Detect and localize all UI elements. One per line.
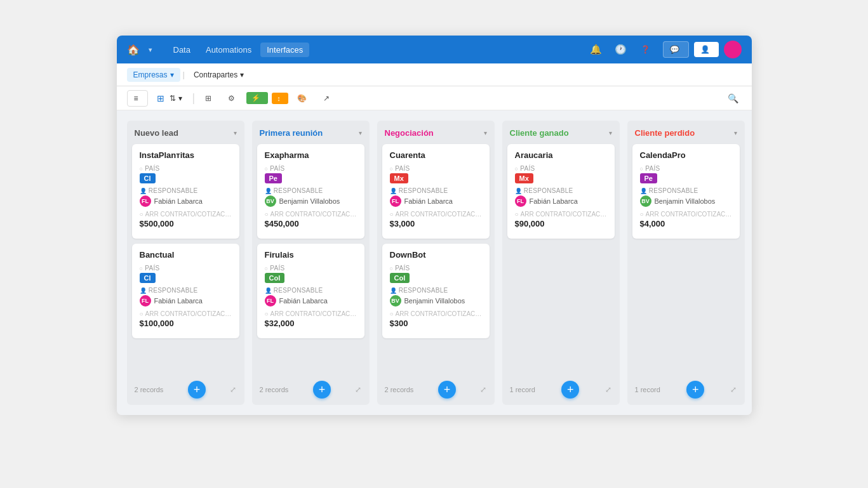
toolbar-right: 🔍 bbox=[724, 90, 742, 107]
add-record-button-primera-reunion[interactable]: + bbox=[313, 381, 331, 399]
card-pais-field: ○ PAÍS Cl bbox=[140, 265, 232, 283]
card-title: Banctual bbox=[140, 250, 232, 260]
nav-link-automations[interactable]: Automations bbox=[199, 43, 258, 57]
card-instaplantitas[interactable]: InstaPlanтitas ○ PAÍS Cl 👤 RESPONSABLE F… bbox=[132, 144, 239, 239]
share-view-button[interactable]: ↗ bbox=[318, 91, 337, 106]
card-banctual[interactable]: Banctual ○ PAÍS Cl 👤 RESPONSABLE FL Fabi… bbox=[132, 244, 239, 338]
top-nav-right: 🔔 🕐 ❓ 💬 👤 bbox=[586, 41, 742, 58]
expand-button-cliente-ganado[interactable]: ⤢ bbox=[605, 385, 611, 394]
contact-icon: 💬 bbox=[670, 45, 679, 54]
responsable-row: FL Fabián Labarca bbox=[140, 195, 232, 207]
records-count-negociacion: 2 records bbox=[385, 386, 414, 393]
column-footer-primera-reunion: 2 records+⤢ bbox=[257, 378, 364, 399]
pais-tag: Cl bbox=[140, 273, 156, 283]
column-collapse-negociacion[interactable]: ▾ bbox=[484, 129, 487, 136]
column-negociacion: Negociación▾ Cuarenta ○ PAÍS Mx 👤 RESPON… bbox=[377, 121, 495, 405]
filter-badge[interactable]: ⚡ bbox=[246, 92, 268, 104]
card-arr-field: ○ ARR CONTRATO/COTIZACIÓN EN U... $500,0… bbox=[140, 211, 232, 228]
contact-sales-button[interactable]: 💬 bbox=[663, 41, 689, 58]
color-icon: 🎨 bbox=[297, 94, 307, 103]
resp-icon: 👤 bbox=[265, 287, 272, 294]
responsable-row: BV Benjamin Villalobos bbox=[390, 295, 482, 307]
resp-avatar: BV bbox=[390, 295, 401, 307]
arr-icon: ○ bbox=[390, 310, 394, 317]
card-title: CalendaPro bbox=[640, 150, 732, 160]
pais-icon: ○ bbox=[140, 265, 144, 272]
stacked-icon: ⊞ bbox=[205, 94, 211, 103]
add-record-button-cliente-ganado[interactable]: + bbox=[561, 381, 579, 399]
column-header-primera-reunion: Primera reunión▾ bbox=[257, 127, 364, 139]
expand-button-primera-reunion[interactable]: ⤢ bbox=[355, 385, 361, 394]
pais-tag: Mx bbox=[390, 173, 408, 183]
help-button[interactable]: ❓ bbox=[636, 43, 658, 56]
records-count-cliente-ganado: 1 record bbox=[510, 386, 535, 393]
resp-name: Benjamin Villalobos bbox=[655, 197, 716, 205]
customize-cards-button[interactable]: ⚙ bbox=[223, 91, 243, 106]
top-nav: 🏠 ▾ Data Automations Interfaces 🔔 🕐 ❓ 💬 … bbox=[117, 36, 752, 63]
resp-avatar: BV bbox=[640, 195, 651, 207]
column-collapse-cliente-ganado[interactable]: ▾ bbox=[609, 129, 612, 136]
column-primera-reunion: Primera reunión▾ Exapharma ○ PAÍS Pe 👤 R… bbox=[252, 121, 370, 405]
nav-link-data[interactable]: Data bbox=[167, 43, 197, 57]
share-view-icon: ↗ bbox=[323, 94, 330, 103]
pais-tag: Pe bbox=[265, 173, 282, 183]
arr-label: ○ ARR CONTRATO/COTIZACIÓN EN U... bbox=[265, 310, 357, 317]
card-title: Firulais bbox=[265, 250, 357, 260]
card-pais-field: ○ PAÍS Pe bbox=[640, 165, 732, 183]
arr-label: ○ ARR CONTRATO/COTIZACIÓN EN U... bbox=[265, 211, 357, 218]
views-button[interactable]: ≡ bbox=[127, 90, 148, 107]
card-arr-field: ○ ARR CONTRATO/COTIZACIÓN EN U... $4,000 bbox=[640, 211, 732, 228]
card-pais-field: ○ PAÍS Mx bbox=[390, 165, 482, 183]
pipeline-button[interactable]: ⊞ ⇅ ▾ bbox=[152, 90, 187, 107]
add-or-import-button[interactable] bbox=[253, 72, 265, 77]
color-button[interactable]: 🎨 bbox=[292, 91, 314, 106]
card-araucaria[interactable]: Araucaria ○ PAÍS Mx 👤 RESPONSABLE FL Fab… bbox=[507, 144, 615, 239]
nav-link-interfaces[interactable]: Interfaces bbox=[260, 43, 309, 57]
column-collapse-nuevo-lead[interactable]: ▾ bbox=[234, 129, 237, 136]
card-title: DownBot bbox=[390, 250, 482, 260]
resp-icon: 👤 bbox=[515, 188, 522, 194]
share-button[interactable]: 👤 bbox=[694, 42, 719, 57]
expand-button-cliente-perdido[interactable]: ⤢ bbox=[730, 385, 737, 394]
history-icon[interactable]: 🕐 bbox=[611, 41, 631, 58]
card-title: Exapharma bbox=[265, 150, 357, 160]
card-title: Cuarenta bbox=[390, 150, 482, 160]
extensions-button[interactable] bbox=[731, 72, 742, 77]
card-arr-field: ○ ARR CONTRATO/COTIZACIÓN EN U... $450,0… bbox=[265, 211, 357, 228]
card-pais-field: ○ PAÍS Cl bbox=[140, 165, 232, 183]
sort-icon: ↕ bbox=[277, 95, 281, 102]
resp-avatar: BV bbox=[265, 195, 276, 207]
stacked-button[interactable]: ⊞ bbox=[200, 91, 219, 106]
card-amount: $32,000 bbox=[265, 319, 357, 328]
column-collapse-cliente-perdido[interactable]: ▾ bbox=[734, 129, 737, 136]
resp-name: Benjamin Villalobos bbox=[404, 297, 465, 305]
expand-button-negociacion[interactable]: ⤢ bbox=[480, 385, 486, 394]
card-amount: $4,000 bbox=[640, 219, 732, 228]
secnav-empresas[interactable]: Empresas ▾ bbox=[127, 68, 180, 82]
card-cuarenta[interactable]: Cuarenta ○ PAÍS Mx 👤 RESPONSABLE FL Fabi… bbox=[382, 144, 490, 239]
search-button[interactable]: 🔍 bbox=[724, 90, 742, 107]
responsable-row: FL Fabián Labarca bbox=[515, 195, 607, 207]
card-exapharma[interactable]: Exapharma ○ PAÍS Pe 👤 RESPONSABLE BV Ben… bbox=[257, 144, 364, 239]
responsable-row: FL Fabián Labarca bbox=[390, 195, 482, 207]
column-header-nuevo-lead: Nuevo lead▾ bbox=[132, 127, 239, 139]
user-avatar[interactable] bbox=[724, 41, 742, 58]
add-record-button-nuevo-lead[interactable]: + bbox=[188, 381, 206, 399]
add-record-button-cliente-perdido[interactable]: + bbox=[686, 381, 704, 399]
expand-button-nuevo-lead[interactable]: ⤢ bbox=[230, 385, 236, 394]
card-arr-field: ○ ARR CONTRATO/COTIZACIÓN EN U... $100,0… bbox=[140, 310, 232, 328]
sort-badge[interactable]: ↕ bbox=[272, 93, 288, 104]
pipeline-icon: ⊞ bbox=[157, 93, 164, 103]
app-logo[interactable]: 🏠 ▾ bbox=[127, 44, 152, 56]
card-calendarpro[interactable]: CalendaPro ○ PAÍS Pe 👤 RESPONSABLE BV Be… bbox=[632, 144, 740, 239]
secnav-contrapartes[interactable]: Contrapartes ▾ bbox=[187, 68, 250, 82]
pipeline-chevron: ▾ bbox=[178, 94, 182, 103]
add-record-button-negociacion[interactable]: + bbox=[438, 381, 456, 399]
card-firulais[interactable]: Firulais ○ PAÍS Col 👤 RESPONSABLE FL Fab… bbox=[257, 244, 364, 338]
card-downbot[interactable]: DownBot ○ PAÍS Col 👤 RESPONSABLE BV Benj… bbox=[382, 244, 490, 338]
records-count-cliente-perdido: 1 record bbox=[635, 386, 660, 393]
card-responsable-field: 👤 RESPONSABLE FL Fabián Labarca bbox=[265, 287, 357, 307]
column-collapse-primera-reunion[interactable]: ▾ bbox=[359, 129, 362, 136]
notification-icon[interactable]: 🔔 bbox=[586, 41, 606, 58]
column-header-negociacion: Negociación▾ bbox=[382, 127, 490, 139]
